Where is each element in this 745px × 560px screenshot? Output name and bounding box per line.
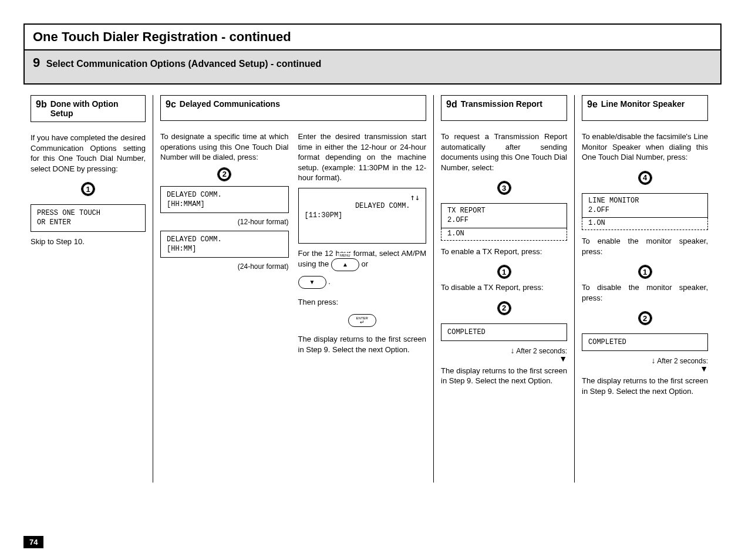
menu-down-button[interactable]: ▼ (298, 276, 326, 289)
lcd-9c-r-text: DELAYED COMM. [11:30PM] (305, 202, 410, 220)
lcd-9c-1: DELAYED COMM. [HH:MMAM] (160, 186, 289, 213)
enable-9e: To enable the monitor speaker, press: (582, 236, 708, 257)
dd-9d-l2: 2.OFF (447, 216, 468, 224)
dropdown-drop-9e: 1.ON (582, 218, 708, 230)
dropdown-9e: LINE MONITOR 2.OFF 1.ON (582, 193, 708, 230)
dd-9e-l1: LINE MONITOR (588, 197, 639, 205)
body-9b: If you have completed the desired Commun… (31, 133, 146, 174)
title-9e: Line Monitor Speaker (601, 99, 685, 109)
button-2[interactable]: 2 (217, 167, 231, 181)
button-3[interactable]: 3 (497, 181, 511, 195)
button-2-9d[interactable]: 2 (497, 301, 511, 315)
disable-9e: To disable the monitor speaker, press: (582, 282, 708, 303)
dropdown-main-9d: TX REPORT 2.OFF (441, 203, 567, 228)
title-9b: Done with Option Setup (50, 99, 140, 118)
button-1-9e[interactable]: 1 (638, 265, 652, 279)
down-arrow-icon-2: ▼ (559, 354, 567, 363)
body-9c-left: To designate a specific time at which op… (160, 131, 289, 163)
button-2-9e[interactable]: 2 (638, 311, 652, 325)
page-title: One Touch Dialer Registration - continue… (25, 25, 720, 50)
button-1-9d[interactable]: 1 (497, 265, 511, 279)
after-9d: ↓ After 2 seconds: ▼ (441, 347, 567, 363)
button-1[interactable]: 1 (81, 182, 95, 196)
return-9c: The display returns to the first screen … (298, 334, 427, 355)
lcd-9c-2: DELAYED COMM. [HH:MM] (160, 231, 289, 258)
columns: 9b Done with Option Setup If you have co… (23, 95, 722, 483)
menu-up-button[interactable]: MENU ▲ (331, 258, 359, 271)
col-9c-right: Enter the desired transmission start tim… (298, 131, 427, 359)
enable-9d: To enable a TX Report, press: (441, 247, 567, 257)
down-triangle-icon: ▼ (309, 278, 315, 286)
enter-button[interactable]: ENTER ↵ (348, 314, 376, 327)
step-number: 9 (33, 55, 40, 70)
code-9d: 9d (446, 99, 457, 110)
btn-wrap-9b: 1 (31, 182, 146, 196)
dropdown-9d: TX REPORT 2.OFF 1.ON (441, 203, 567, 240)
col-9c-left: To designate a specific time at which op… (160, 131, 289, 359)
completed-9d: COMPLETED (441, 323, 567, 341)
return-9e: The display returns to the first screen … (582, 376, 708, 396)
header-9d: 9d Transmission Report (441, 95, 567, 121)
return-9d: The display returns to the first screen … (441, 366, 567, 386)
dd-9e-l2: 2.OFF (588, 206, 609, 214)
column-9d: 9d Transmission Report To request a Tran… (433, 95, 574, 483)
down-arrow-icon-3: ↓ (652, 356, 656, 365)
outer-frame: One Touch Dialer Registration - continue… (23, 23, 722, 85)
column-9c: 9c Delayed Communications To designate a… (153, 95, 433, 483)
r2-mid: or (362, 259, 369, 268)
body-9c-r1: Enter the desired transmission start tim… (298, 131, 427, 183)
r2-post: . (328, 277, 331, 286)
code-9e: 9e (587, 99, 598, 110)
dropdown-drop-9d: 1.ON (441, 228, 567, 241)
button-4[interactable]: 4 (638, 171, 652, 185)
disable-9d: To disable a TX Report, press: (441, 282, 567, 293)
dropdown-main-9e: LINE MONITOR 2.OFF (582, 193, 708, 218)
header-9e: 9e Line Monitor Speaker (582, 95, 708, 121)
header-9c: 9c Delayed Communications (160, 95, 426, 121)
title-9d: Transmission Report (461, 99, 542, 109)
caption-24h: (24-hour format) (160, 262, 289, 271)
step-subtitle: Select Communication Options (Advanced S… (46, 59, 321, 69)
after-9e: ↓ After 2 seconds: ▼ (582, 357, 708, 373)
then-press: Then press: (298, 297, 427, 308)
dd-9d-l1: TX REPORT (447, 207, 486, 215)
updown-arrows-icon: ↑↓ (410, 192, 420, 203)
down-arrow-icon: ↓ (511, 346, 515, 355)
body-9c-r2b: ▼ . (298, 276, 427, 289)
manual-page: One Touch Dialer Registration - continue… (0, 0, 745, 560)
body-9e: To enable/disable the facsimile's Line M… (582, 131, 708, 163)
col-9c-inner: To designate a specific time at which op… (160, 131, 426, 359)
down-arrow-icon-4: ▼ (700, 364, 708, 373)
page-number: 74 (23, 536, 43, 548)
body-9c-r2: For the 12 hour format, select AM/PM usi… (298, 248, 427, 272)
header-9b: 9b Done with Option Setup (31, 95, 146, 122)
body-9d: To request a Transmission Report automat… (441, 131, 567, 173)
column-9e: 9e Line Monitor Speaker To enable/disabl… (574, 95, 715, 483)
caption-12h: (12-hour format) (160, 218, 289, 226)
code-9c: 9c (166, 99, 176, 110)
column-9b: 9b Done with Option Setup If you have co… (23, 95, 153, 483)
completed-9e: COMPLETED (582, 333, 708, 351)
lcd-9b: PRESS ONE TOUCH OR ENTER (31, 204, 146, 231)
code-9b: 9b (36, 99, 47, 110)
menu-label: MENU (339, 253, 352, 258)
up-triangle-icon: ▲ (342, 261, 348, 269)
title-9c: Delayed Communications (180, 99, 280, 109)
step-subtitle-bar: 9 Select Communication Options (Advanced… (25, 50, 720, 83)
enter-icon: ENTER ↵ (356, 316, 368, 325)
skip-9b: Skip to Step 10. (31, 237, 146, 247)
lcd-9c-r: DELAYED COMM. [11:30PM] ↑↓ (298, 188, 427, 244)
